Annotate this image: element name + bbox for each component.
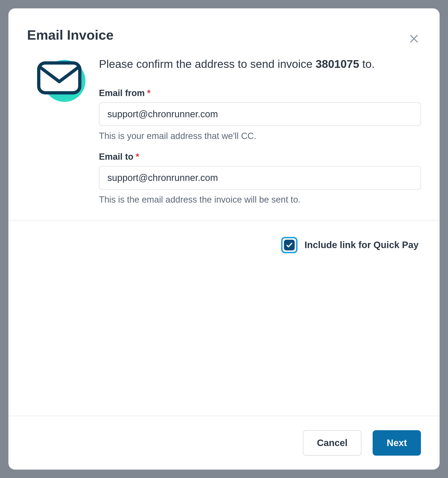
quickpay-row: Include link for Quick Pay xyxy=(27,220,421,253)
cancel-button[interactable]: Cancel xyxy=(303,430,361,456)
intro-text: Please confirm the address to send invoi… xyxy=(99,57,421,72)
modal-overlay: Email Invoice Please confirm the address… xyxy=(0,0,448,478)
required-marker: * xyxy=(147,88,151,98)
email-to-label-row: Email to* xyxy=(99,152,421,162)
email-from-input[interactable] xyxy=(99,102,421,126)
modal-footer: Cancel Next xyxy=(27,416,421,456)
quickpay-label: Include link for Quick Pay xyxy=(305,240,419,250)
email-to-field: Email to* This is the email address the … xyxy=(99,152,421,205)
svg-rect-2 xyxy=(39,63,80,93)
email-to-input[interactable] xyxy=(99,166,421,189)
close-button[interactable] xyxy=(407,32,421,46)
icon-column xyxy=(27,57,85,215)
intro-suffix: to. xyxy=(359,58,375,70)
intro-prefix: Please confirm the address to send invoi… xyxy=(99,58,316,70)
email-to-label: Email to xyxy=(99,152,134,162)
spacer xyxy=(27,253,421,416)
email-from-field: Email from* This is your email address t… xyxy=(99,88,421,141)
mail-icon xyxy=(36,58,85,107)
email-from-label: Email from xyxy=(99,88,145,98)
check-icon xyxy=(286,242,293,249)
email-invoice-modal: Email Invoice Please confirm the address… xyxy=(8,8,440,470)
email-to-help: This is the email address the invoice wi… xyxy=(99,195,421,205)
form-column: Please confirm the address to send invoi… xyxy=(99,57,421,215)
modal-title: Email Invoice xyxy=(27,27,421,43)
invoice-number: 3801075 xyxy=(316,58,359,70)
next-button[interactable]: Next xyxy=(373,430,421,456)
email-from-label-row: Email from* xyxy=(99,88,421,98)
modal-content: Please confirm the address to send invoi… xyxy=(27,57,421,215)
close-icon xyxy=(408,33,420,44)
quickpay-checkbox[interactable] xyxy=(281,237,297,253)
required-marker: * xyxy=(136,152,139,162)
email-from-help: This is your email address that we'll CC… xyxy=(99,131,421,141)
